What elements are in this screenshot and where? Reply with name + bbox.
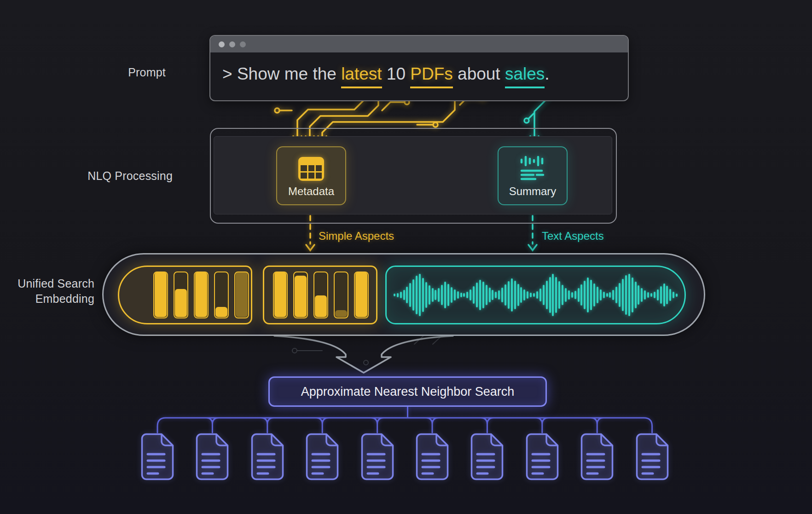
waveform-bar	[628, 274, 630, 316]
waveform-bar	[609, 292, 611, 298]
waveform-bar	[429, 285, 430, 305]
waveform-bar	[612, 290, 614, 300]
prompt-segment-yellow: PDFs	[410, 64, 453, 88]
waveform-bar	[416, 276, 418, 314]
waveform-bar	[644, 290, 646, 300]
waveform-bar	[447, 284, 449, 306]
waveform-bar	[489, 288, 491, 302]
table-icon	[298, 156, 325, 181]
waveform-bar	[647, 292, 649, 298]
waveform-bar	[597, 287, 598, 303]
waveform-bar	[460, 293, 462, 297]
embedding-bar	[214, 271, 229, 318]
waveform-bar	[625, 275, 627, 315]
waveform-bar	[394, 294, 395, 296]
diagram-canvas: { "side_labels": { "prompt": "Prompt", "…	[0, 0, 812, 514]
waveform-bar	[673, 292, 674, 298]
waveform-bar	[676, 294, 678, 297]
waveform-bar	[600, 289, 602, 300]
waveform-bar	[660, 286, 662, 304]
waveform-bar	[476, 283, 478, 307]
waveform-bar	[432, 288, 434, 302]
waveform-bar	[406, 287, 408, 303]
waveform-bar	[606, 293, 608, 297]
waveform-bar	[543, 285, 545, 305]
embedding-bar	[313, 271, 328, 318]
waveform-bar	[470, 289, 471, 300]
summary-label: Summary	[509, 185, 557, 198]
text-aspects-label: Text Aspects	[542, 230, 604, 243]
prompt-segment-plain: 10	[382, 64, 411, 83]
waveform-bar	[505, 284, 506, 306]
waveform-bar	[632, 277, 633, 312]
waveform-bar	[584, 281, 586, 309]
waveform-bar	[593, 283, 595, 306]
waveform-bar	[654, 292, 655, 298]
embedding-bar	[153, 271, 168, 318]
waveform-bar	[457, 291, 459, 299]
waveform-bar	[587, 277, 589, 312]
embedding-bar	[273, 271, 288, 318]
waveform-bar	[479, 280, 481, 310]
waveform-bar	[511, 278, 513, 312]
waveform-bar	[565, 288, 567, 302]
waveform-bar	[635, 282, 637, 308]
waveform-bar	[558, 281, 560, 309]
metadata-bar-group-1	[118, 266, 252, 324]
waveform-bar	[451, 287, 452, 303]
waveform-bar	[523, 289, 525, 300]
traffic-light-dot	[229, 41, 235, 47]
waveform-bar	[419, 274, 421, 316]
waveform-bar	[508, 281, 510, 309]
waveform-bar	[615, 287, 617, 303]
waveform-bar	[562, 285, 563, 305]
waveform-bar	[546, 281, 548, 309]
prompt-text: > Show me the latest 10 PDFs about sales…	[210, 52, 628, 84]
document-icon	[470, 433, 504, 481]
ann-search-box: Approximate Nearest Neighbor Search	[268, 376, 547, 407]
embedding-bar	[354, 271, 369, 318]
waveform-bar	[536, 291, 538, 299]
waveform-bar	[435, 290, 436, 300]
prompt-segment-teal: sales	[505, 64, 545, 88]
waveform-bar	[517, 284, 519, 306]
embedding-bar	[234, 271, 249, 318]
document-icon	[635, 433, 669, 481]
waveform-bar	[444, 282, 446, 308]
text-embedding-wavebox	[385, 266, 686, 324]
waveform-bar	[527, 291, 528, 299]
prompt-segment-plain: > Show me the	[222, 64, 341, 83]
waveform-bar	[498, 290, 500, 300]
document-icon	[580, 433, 614, 481]
prompt-segment-yellow: latest	[341, 64, 382, 88]
waveform-bar	[409, 283, 411, 307]
label-prompt: Prompt	[74, 66, 166, 79]
waveform-bar	[650, 293, 652, 297]
waveform-bar	[473, 286, 475, 304]
embedding-bar	[334, 271, 348, 318]
document-icon	[525, 433, 559, 481]
waveform-bar	[669, 289, 671, 301]
funnel-arrow	[274, 336, 453, 373]
metadata-box: Metadata	[276, 146, 346, 205]
ann-search-label: Approximate Nearest Neighbor Search	[301, 385, 515, 399]
metadata-label: Metadata	[288, 185, 334, 198]
waveform-bar	[574, 291, 576, 299]
waveform-bar	[492, 290, 493, 300]
waveform-bar	[571, 292, 573, 298]
waveform-bar	[580, 284, 582, 306]
waveform-bar	[514, 281, 516, 309]
waveform-bar	[641, 288, 643, 302]
waveform-bar	[603, 292, 605, 298]
document-icon	[195, 433, 229, 481]
waveform-bar	[403, 290, 405, 300]
waveform-bar	[638, 285, 639, 305]
waveform-bar	[486, 285, 487, 305]
prompt-segment-plain: .	[545, 64, 549, 83]
terminal-window: > Show me the latest 10 PDFs about sales…	[209, 35, 629, 101]
document-icon	[250, 433, 284, 481]
waveform-bar	[663, 283, 665, 306]
document-icon	[140, 433, 174, 481]
document-icon	[305, 433, 339, 481]
waveform-bar	[590, 280, 592, 310]
